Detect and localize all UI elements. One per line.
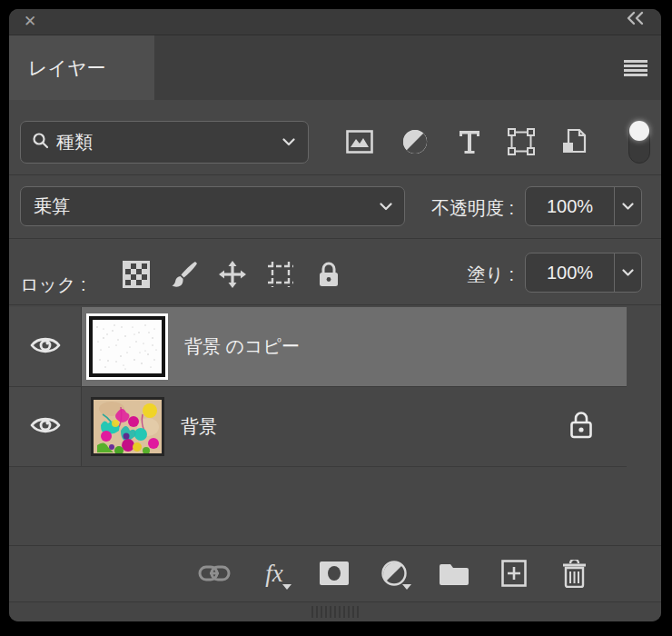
filter-kind-label: 種類 xyxy=(56,130,93,154)
opacity-chevron[interactable] xyxy=(615,203,641,210)
layer-style-fx-icon[interactable]: fx xyxy=(258,555,291,591)
filter-pixel-layer-icon[interactable] xyxy=(345,127,374,156)
layer-name[interactable]: 背景 のコピー xyxy=(184,334,300,359)
panel-menu-icon[interactable] xyxy=(624,60,647,76)
layer-row-background-copy[interactable]: 背景 のコピー xyxy=(9,307,627,387)
opacity-value[interactable]: 100% xyxy=(526,196,614,217)
fill-chevron[interactable] xyxy=(615,269,641,276)
toggle-knob xyxy=(629,121,649,141)
filter-smart-object-icon[interactable] xyxy=(559,127,588,156)
delete-layer-trash-icon[interactable] xyxy=(558,555,590,591)
footer-toolbar: fx xyxy=(9,546,661,601)
lock-transparent-pixels-icon[interactable] xyxy=(122,260,151,289)
collapse-to-icons-icon[interactable] xyxy=(625,10,645,30)
divider xyxy=(9,238,661,239)
layer-list: 背景 のコピー xyxy=(9,307,627,467)
lock-image-pixels-brush-icon[interactable] xyxy=(170,260,199,289)
divider xyxy=(9,304,661,305)
lock-all-icon[interactable] xyxy=(314,260,343,289)
panel-resize-handle[interactable] xyxy=(311,606,359,618)
chevron-down-icon xyxy=(282,138,295,146)
search-icon xyxy=(32,132,49,153)
layer-row-background[interactable]: 背景 xyxy=(9,387,627,467)
fill-label: 塗り : xyxy=(372,263,514,287)
opacity-label: 不透明度 : xyxy=(372,196,514,221)
visibility-cell xyxy=(9,387,82,466)
link-layers-icon[interactable] xyxy=(198,555,231,591)
lock-label: ロック : xyxy=(20,273,86,297)
fill-value[interactable]: 100% xyxy=(526,263,614,283)
tab-layers-label: レイヤー xyxy=(9,35,154,81)
filter-kind-dropdown[interactable]: 種類 xyxy=(20,121,309,164)
fill-field[interactable]: 100% xyxy=(525,253,642,293)
panel-titlebar: ✕ xyxy=(9,9,661,35)
blend-mode-value: 乗算 xyxy=(34,194,70,219)
filter-type-layer-icon[interactable] xyxy=(455,127,484,156)
panel-bottom-bar xyxy=(9,602,661,621)
eye-icon[interactable] xyxy=(29,414,62,440)
close-icon[interactable]: ✕ xyxy=(24,12,36,31)
tab-layers[interactable]: レイヤー xyxy=(9,35,154,100)
layer-thumbnail[interactable] xyxy=(91,397,164,456)
layer-name[interactable]: 背景 xyxy=(181,414,217,439)
new-group-folder-icon[interactable] xyxy=(438,555,470,591)
new-adjustment-layer-icon[interactable] xyxy=(378,555,410,591)
divider xyxy=(9,174,661,175)
layer-filtering-toggle[interactable] xyxy=(628,121,650,164)
lock-position-move-icon[interactable] xyxy=(218,260,247,289)
layer-locked-icon[interactable] xyxy=(568,410,594,443)
layer-thumbnail[interactable] xyxy=(86,313,168,380)
layers-panel-window: ✕ レイヤー 種類 xyxy=(9,9,661,621)
visibility-cell xyxy=(9,307,82,386)
filter-shape-layer-icon[interactable] xyxy=(507,127,536,156)
lock-artboard-nesting-icon[interactable] xyxy=(266,260,295,289)
eye-icon[interactable] xyxy=(29,334,62,360)
opacity-field[interactable]: 100% xyxy=(525,186,642,226)
add-layer-mask-icon[interactable] xyxy=(318,555,351,591)
new-layer-icon[interactable] xyxy=(498,555,530,591)
tab-strip: レイヤー xyxy=(9,35,661,100)
filter-adjustment-layer-icon[interactable] xyxy=(400,127,430,156)
blend-mode-select[interactable]: 乗算 xyxy=(20,186,405,226)
